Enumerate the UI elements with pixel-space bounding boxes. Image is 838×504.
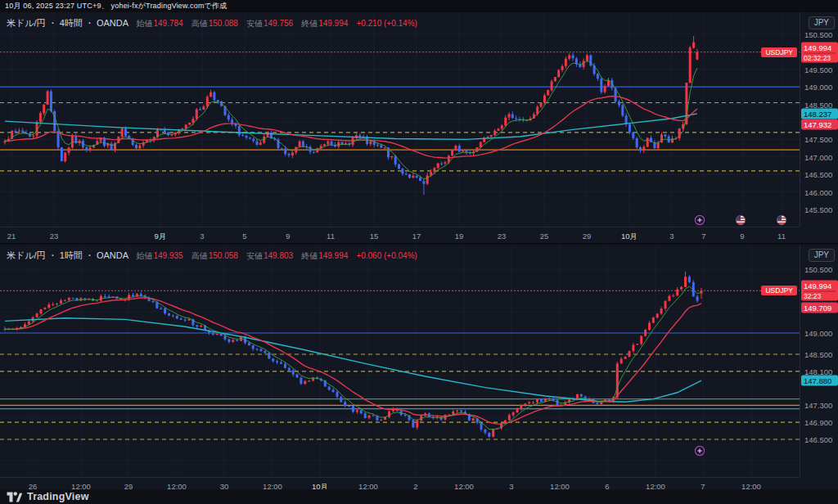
close-value: 149.994	[318, 251, 348, 260]
price-axis-4h[interactable]: 150.500149.500149.000148.500147.500147.0…	[800, 12, 838, 227]
price-axis-label: 147.500	[804, 135, 832, 144]
time-axis-label: 3	[669, 232, 674, 241]
price-axis-label: 146.000	[804, 187, 832, 196]
open-label: 始値	[137, 251, 153, 260]
red-ma-value-badge: 147.932	[801, 119, 838, 129]
low-label: 安値	[246, 251, 263, 260]
time-axis-label: 29	[124, 482, 133, 489]
price-axis-label: 149.000	[804, 83, 832, 92]
time-axis-label: 26	[29, 482, 38, 489]
price-axis-label: 145.500	[804, 205, 832, 214]
price-axis-label: 149.500	[804, 65, 832, 74]
open-value: 149.935	[154, 251, 183, 260]
time-axis-label: 12:00	[454, 482, 474, 489]
symbol-price-pill: USDJPY	[761, 47, 797, 57]
time-axis-label: 9月	[155, 232, 167, 242]
chart-pane-1h: 米ドル/円 ・ 1時間 ・ OANDA 始値149.935 高値150.058 …	[0, 245, 838, 489]
price-axis-label: 146.500	[804, 170, 832, 179]
last-price-badge: 149.99432:23	[801, 281, 838, 301]
close-label: 終値	[301, 19, 318, 28]
high-label: 高値	[191, 19, 208, 28]
last-price-badge: 149.99402:32:23	[801, 42, 838, 62]
time-axis-label: 10月	[621, 232, 638, 242]
high-value: 150.088	[209, 19, 238, 28]
high-value: 150.058	[209, 251, 238, 260]
teal-ma-value-badge: 148.237	[801, 108, 838, 119]
time-axis-label: 5	[242, 232, 246, 241]
time-axis-label: 15	[370, 232, 379, 241]
price-axis-label: 148.100	[804, 367, 832, 376]
time-axis-label: 30	[220, 482, 229, 489]
symbol-title: 米ドル/円 ・ 1時間 ・ OANDA	[7, 250, 128, 260]
time-axis-label: 2	[413, 482, 417, 489]
open-label: 始値	[137, 19, 153, 28]
time-axis-label: 17	[412, 232, 421, 241]
time-axis-label: 19	[455, 232, 464, 241]
price-axis-1h[interactable]: 150.500149.000148.500148.100147.300146.9…	[800, 245, 838, 477]
price-axis-label: 150.500	[804, 30, 832, 39]
time-axis-label: 23	[498, 232, 507, 241]
teal-ma-value-badge: 147.880	[801, 376, 838, 386]
time-axis-1h[interactable]: 2612:002912:003012:0010月12:00212:00312:0…	[0, 477, 800, 489]
close-label: 終値	[301, 251, 318, 260]
red-ma-value-badge: 149.709	[801, 303, 838, 313]
currency-button-jpy[interactable]: JPY	[809, 249, 835, 262]
attribution-text: 10月 06, 2025 23:27 UTC+9、 yohei-fxがTradi…	[0, 0, 838, 12]
time-axis-label: 12:00	[71, 482, 91, 489]
price-axis-label: 148.500	[804, 350, 832, 359]
price-axis-label: 146.900	[804, 418, 832, 427]
time-axis-label: 3	[200, 232, 204, 241]
time-axis-label: 9	[286, 232, 290, 241]
time-axis-label: 11	[327, 232, 335, 241]
ai-sparkle-event-icon[interactable]	[695, 445, 705, 456]
time-axis-label: 29	[583, 232, 592, 241]
price-axis-label: 147.000	[804, 152, 832, 161]
close-value: 149.994	[318, 19, 348, 28]
tradingview-logo-icon[interactable]	[7, 492, 22, 502]
candlestick-chart-1h[interactable]	[0, 245, 800, 477]
time-axis-label: 7	[701, 232, 705, 241]
chart-legend-1h: 米ドル/円 ・ 1時間 ・ OANDA 始値149.935 高値150.058 …	[7, 250, 417, 262]
tradingview-snapshot: 10月 06, 2025 23:27 UTC+9、 yohei-fxがTradi…	[0, 0, 838, 504]
time-axis-label: 6	[605, 482, 609, 489]
currency-button-jpy[interactable]: JPY	[809, 16, 835, 29]
time-axis-label: 23	[50, 232, 59, 241]
time-axis-label: 12:00	[167, 482, 187, 489]
tradingview-wordmark[interactable]: TradingView	[27, 491, 89, 502]
time-axis-label: 12:00	[550, 482, 570, 489]
change-value: +0.060 (+0.04%)	[356, 251, 417, 260]
time-axis-label: 9	[740, 232, 744, 241]
low-label: 安値	[246, 19, 263, 28]
time-axis-label: 11	[777, 232, 786, 241]
time-axis-label: 10月	[312, 482, 328, 489]
price-axis-label: 150.500	[804, 265, 832, 274]
time-axis-label: 21	[7, 232, 16, 241]
time-axis-label: 7	[701, 482, 705, 489]
time-axis-label: 12:00	[358, 482, 378, 489]
chart-pane-4h: 米ドル/円 ・ 4時間 ・ OANDA 始値149.784 高値150.088 …	[0, 12, 838, 243]
chart-legend-4h: 米ドル/円 ・ 4時間 ・ OANDA 始値149.784 高値150.088 …	[7, 17, 417, 29]
low-value: 149.756	[264, 19, 293, 28]
time-axis-label: 25	[540, 232, 549, 241]
candlestick-chart-4h[interactable]	[0, 12, 800, 227]
price-axis-label: 146.500	[804, 435, 832, 444]
symbol-price-pill: USDJPY	[761, 286, 797, 295]
bar-close-countdown: 02:32:23	[804, 52, 836, 61]
open-value: 149.784	[154, 19, 183, 28]
time-axis-label: 12:00	[263, 482, 282, 489]
price-axis-label: 149.000	[804, 329, 832, 338]
price-axis-label: 147.300	[804, 401, 832, 410]
time-axis-4h[interactable]: 21239月3591115171923252910月37911	[0, 227, 800, 243]
tradingview-footer: TradingView	[0, 489, 838, 504]
symbol-title: 米ドル/円 ・ 4時間 ・ OANDA	[7, 18, 128, 28]
low-value: 149.803	[264, 251, 293, 260]
time-axis-label: 12:00	[741, 482, 761, 489]
time-axis-label: 3	[509, 482, 513, 489]
bar-close-countdown: 32:23	[804, 291, 836, 300]
us-economic-event-icon[interactable]	[736, 214, 746, 225]
us-economic-event-icon[interactable]	[777, 214, 787, 225]
ai-sparkle-event-icon[interactable]	[695, 214, 705, 225]
change-value: +0.210 (+0.14%)	[356, 19, 417, 28]
high-label: 高値	[191, 251, 208, 260]
time-axis-label: 12:00	[646, 482, 665, 489]
